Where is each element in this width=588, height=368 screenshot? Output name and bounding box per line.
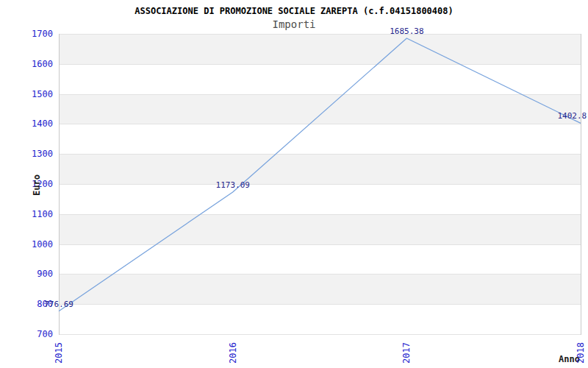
gridline	[60, 274, 581, 275]
plot-band	[60, 274, 581, 304]
plot-band	[60, 184, 581, 214]
gridline	[60, 64, 581, 65]
point-value-label: 1685.38	[390, 26, 423, 36]
gridline	[60, 154, 581, 155]
x-tick-label: 2015	[54, 342, 64, 364]
chart-canvas: ASSOCIAZIONE DI PROMOZIONE SOCIALE ZAREP…	[0, 0, 588, 368]
x-tick-label: 2017	[401, 342, 412, 364]
plot-area	[59, 34, 581, 335]
gridline	[60, 244, 581, 245]
plot-band	[60, 154, 581, 184]
y-tick-label: 700	[9, 329, 53, 339]
chart-title: ASSOCIAZIONE DI PROMOZIONE SOCIALE ZAREP…	[0, 6, 588, 16]
gridline	[60, 34, 581, 35]
plot-band	[60, 304, 581, 334]
gridline	[60, 304, 581, 305]
plot-band	[60, 34, 581, 64]
point-value-label: 776.69	[44, 300, 74, 309]
x-tick-label: 2018	[576, 342, 586, 364]
gridline	[60, 184, 581, 185]
y-axis-title: Euro	[32, 174, 42, 196]
point-value-label: 1173.09	[216, 180, 250, 190]
plot-band	[60, 124, 581, 154]
plot-band	[60, 244, 581, 275]
plot-band	[60, 64, 581, 94]
y-tick-label: 1600	[9, 59, 53, 69]
chart-subtitle: Importi	[0, 18, 588, 30]
gridline	[60, 94, 581, 95]
plot-band	[60, 214, 581, 244]
point-value-label: 1402.8	[557, 111, 587, 121]
x-tick-label: 2016	[228, 342, 238, 364]
y-tick-label: 1500	[9, 89, 53, 99]
y-tick-label: 1400	[9, 118, 53, 129]
gridline	[60, 214, 581, 215]
y-tick-label: 1000	[9, 239, 53, 250]
plot-band	[60, 94, 581, 124]
gridline	[60, 124, 581, 124]
y-tick-label: 1300	[9, 149, 53, 159]
gridline	[60, 334, 581, 335]
y-tick-label: 900	[9, 269, 53, 279]
y-tick-label: 1200	[9, 179, 53, 189]
y-tick-label: 1100	[9, 209, 53, 219]
y-tick-label: 1700	[9, 29, 53, 39]
